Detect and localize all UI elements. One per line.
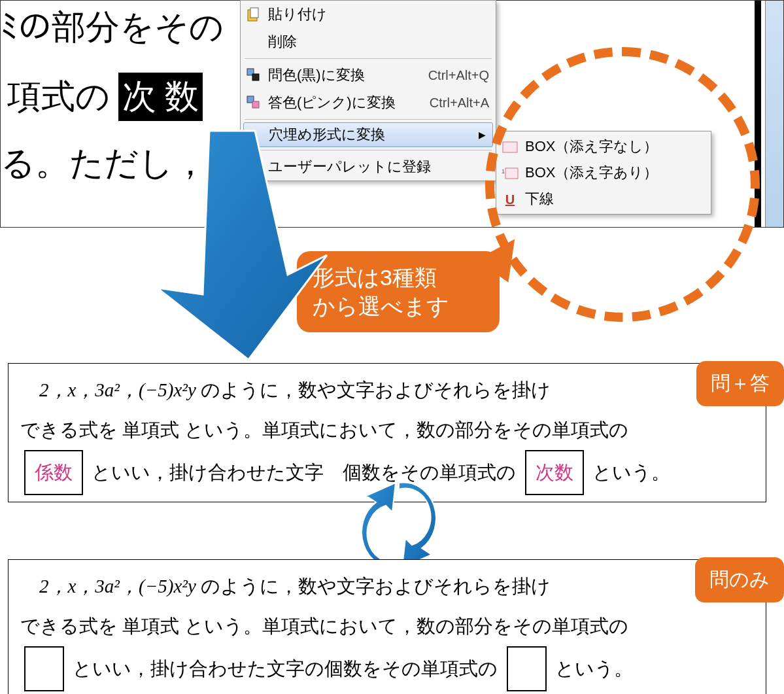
- callout-line-2: から選べます: [313, 292, 484, 321]
- doc-line-3: る。ただし，数: [1, 141, 241, 186]
- submenu-underline[interactable]: U 下線: [496, 186, 711, 212]
- submenu-underline-label: 下線: [525, 189, 554, 209]
- menu-to-answer-color[interactable]: 答色(ピンク)に変換 Ctrl+Alt+A: [241, 89, 496, 116]
- svg-rect-7: [247, 162, 253, 165]
- menu-a-color-label: 答色(ピンク)に変換: [268, 93, 396, 113]
- page-edge: [755, 1, 761, 227]
- doc-line-2-prefix: 項式の: [7, 78, 118, 115]
- qa-t2: できる式を 単項式 という。単項式において，数の部分をその単項式の: [20, 419, 628, 440]
- context-menu: 貼り付け 削除 問色(黒)に変換 Ctrl+Alt+Q 答色(ピンク)に変換 C…: [240, 0, 496, 181]
- blank-format-submenu: BOX（添え字なし） 1 BOX（添え字あり） U 下線: [496, 131, 711, 215]
- menu-separator-1: [245, 58, 492, 59]
- menu-paste[interactable]: 貼り付け: [241, 1, 496, 28]
- menu-q-color-label: 問色(黒)に変換: [268, 65, 365, 85]
- qa-math: 2，x，3a²，(−5)x²y: [20, 379, 201, 400]
- menu-q-color-shortcut: Ctrl+Alt+Q: [428, 68, 489, 83]
- callout-line-1: 形式は3種類: [313, 263, 484, 292]
- doc-line-2: 項式の 次 数: [7, 73, 203, 121]
- tag-question-answer: 問＋答: [696, 361, 784, 406]
- menu-to-blank-format[interactable]: 穴埋め形式に変換 ▶: [243, 122, 493, 147]
- q-t1: のように，数や文字およびそれらを掛け: [201, 576, 551, 597]
- svg-rect-9: [503, 142, 517, 152]
- blank-keisuu-answer: 係数: [24, 450, 83, 495]
- submenu-box-no-subscript[interactable]: BOX（添え字なし）: [496, 133, 711, 160]
- svg-rect-3: [252, 74, 259, 80]
- underline-icon: U: [502, 191, 519, 208]
- svg-point-8: [254, 166, 260, 173]
- submenu-box-no-sub-label: BOX（添え字なし）: [525, 137, 658, 156]
- box-icon: [502, 139, 519, 156]
- q-t3: といい，掛け合わせた文字の個数をその単項式の: [73, 658, 498, 679]
- selected-text[interactable]: 次 数: [118, 73, 203, 121]
- menu-separator-2: [245, 119, 492, 120]
- qa-t3: といい，掛け合わせた文字 個数をその単項式の: [92, 462, 516, 483]
- menu-separator-3: [245, 150, 492, 150]
- blank-jisuu-empty: [507, 646, 547, 691]
- q-math: 2，x，3a²，(−5)x²y: [20, 576, 201, 597]
- qa-t1: のように，数や文字およびそれらを掛け: [201, 379, 551, 400]
- blank-jisuu-answer: 次数: [525, 450, 584, 495]
- svg-rect-11: [505, 168, 518, 179]
- menu-a-color-shortcut: Ctrl+Alt+A: [430, 95, 489, 111]
- callout-bubble: 形式は3種類 から選べます: [297, 251, 500, 332]
- paste-icon: [245, 5, 263, 24]
- box-subscript-icon: 1: [502, 165, 519, 182]
- menu-delete-label: 削除: [268, 32, 297, 52]
- example-box-question-only: 2，x，3a²，(−5)x²y のように，数や文字およびそれらを掛け できる式を…: [8, 559, 766, 694]
- qa-t4: という。: [592, 462, 670, 483]
- menu-to-question-color[interactable]: 問色(黒)に変換 Ctrl+Alt+Q: [241, 61, 496, 89]
- menu-register-palette[interactable]: ユーザーパレットに登録: [241, 153, 496, 181]
- menu-palette-label: ユーザーパレットに登録: [268, 157, 431, 177]
- svg-rect-1: [250, 8, 258, 18]
- submenu-arrow-icon: ▶: [479, 130, 486, 140]
- svg-rect-5: [252, 101, 259, 108]
- doc-line-1: ﾐの部分をその: [1, 5, 224, 50]
- swap-black-icon: [245, 66, 263, 84]
- tag-question-only: 問のみ: [695, 557, 784, 602]
- menu-paste-label: 貼り付け: [268, 5, 327, 24]
- vertical-scrollbar[interactable]: [765, 1, 783, 227]
- example-box-question-answer: 2，x，3a²，(−5)x²y のように，数や文字およびそれらを掛け できる式を…: [8, 363, 766, 502]
- submenu-box-with-subscript[interactable]: 1 BOX（添え字あり）: [496, 160, 711, 186]
- swap-pink-icon: [245, 94, 263, 112]
- blank-keisuu-empty: [24, 646, 64, 691]
- menu-delete[interactable]: 削除: [241, 28, 496, 56]
- folder-save-icon: [245, 158, 263, 176]
- svg-text:1: 1: [502, 168, 505, 175]
- menu-blank-label: 穴埋め形式に変換: [269, 125, 385, 145]
- q-t4: という。: [555, 658, 633, 679]
- q-t2: できる式を 単項式 という。単項式において，数の部分をその単項式の: [20, 616, 628, 636]
- submenu-box-with-sub-label: BOX（添え字あり）: [525, 163, 658, 182]
